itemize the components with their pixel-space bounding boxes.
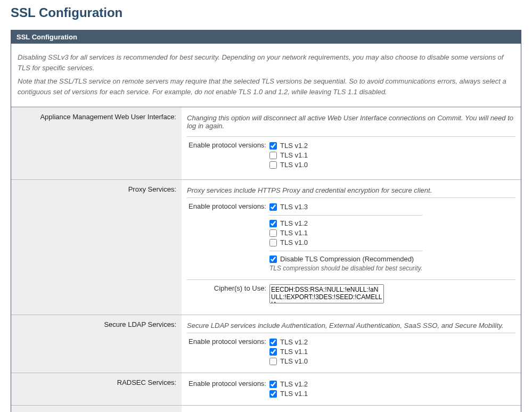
- tls-version-checkbox[interactable]: [269, 161, 277, 169]
- intro-paragraph-1: Disabling SSLv3 for all services is reco…: [18, 52, 514, 73]
- tls-version-label: TLS v1.2: [280, 219, 308, 228]
- panel-header: SSL Configuration: [11, 30, 521, 44]
- tls-version-checkbox[interactable]: [269, 381, 277, 388]
- tls-version-label: TLS v1.1: [280, 389, 308, 399]
- ldap-note: Secure LDAP services include Authenticat…: [187, 320, 515, 333]
- ldap-protocols: TLS v1.2TLS v1.1TLS v1.0: [269, 336, 311, 367]
- webui-protocols: TLS v1.2TLS v1.1TLS v1.0: [269, 140, 311, 171]
- tls-version-checkbox[interactable]: [269, 220, 277, 227]
- tls-version-label: TLS v1.0: [280, 238, 308, 248]
- enable-protocol-label: Enable protocol versions:: [187, 201, 269, 276]
- tls-version-checkbox[interactable]: [269, 142, 277, 150]
- webui-note: Changing this option will disconnect all…: [187, 113, 515, 133]
- proxy-note: Proxy services include HTTPS Proxy and c…: [187, 185, 515, 198]
- tls-version-checkbox[interactable]: [269, 358, 277, 365]
- tls-version-label: TLS v1.0: [280, 357, 308, 366]
- tls-version-label: TLS v1.1: [280, 347, 308, 357]
- ciphers-label: Cipher(s) to Use:: [187, 283, 269, 306]
- tls-version-label: TLS v1.3: [280, 202, 308, 212]
- enable-protocol-label: Enable protocol versions:: [187, 140, 269, 171]
- tls-version-checkbox[interactable]: [269, 390, 277, 398]
- tls-version-label: TLS v1.2: [280, 141, 308, 151]
- ciphers-input[interactable]: EECDH:DSS:RSA:!NULL:!eNULL:!aNULL:!EXPOR…: [269, 284, 384, 303]
- row-label-proxy: Proxy Services:: [11, 180, 182, 315]
- proxy-tls13: TLS v1.3: [269, 202, 422, 212]
- intro-text: Disabling SSLv3 for all services is reco…: [11, 44, 521, 107]
- compression-note: TLS compression should be disabled for b…: [269, 265, 422, 272]
- row-label-ldap: Secure LDAP Services:: [11, 315, 182, 373]
- tls-version-checkbox[interactable]: [269, 339, 277, 346]
- disable-tls-compression-checkbox[interactable]: [269, 256, 277, 263]
- tls-version-checkbox[interactable]: [269, 229, 277, 237]
- tls-version-checkbox[interactable]: [269, 203, 277, 211]
- tls-version-label: TLS v1.2: [280, 380, 308, 389]
- intro-paragraph-2: Note that the SSL/TLS service on remote …: [18, 76, 514, 97]
- tls-version-label: TLS v1.2: [280, 337, 308, 347]
- tls-version-label: TLS v1.1: [280, 151, 308, 160]
- tls-version-checkbox[interactable]: [269, 348, 277, 356]
- tls-version-checkbox[interactable]: [269, 239, 277, 246]
- disable-tls-compression-label: Disable TLS Compression (Recommended): [280, 254, 414, 264]
- row-label-icap: Secure ICAP Services (External DLP):: [11, 406, 182, 413]
- tls-version-label: TLS v1.0: [280, 160, 308, 170]
- enable-protocol-label: Enable protocol versions:: [187, 378, 269, 400]
- ssl-config-panel: SSL Configuration Disabling SSLv3 for al…: [11, 30, 521, 412]
- enable-protocol-label: Enable protocol versions:: [187, 336, 269, 367]
- proxy-protocols: TLS v1.2TLS v1.1TLS v1.0: [269, 215, 422, 248]
- tls-version-label: TLS v1.1: [280, 228, 308, 238]
- radsec-protocols: TLS v1.2TLS v1.1: [269, 378, 311, 400]
- tls-version-checkbox[interactable]: [269, 152, 277, 159]
- page-title: SSL Configuration: [11, 5, 521, 20]
- row-label-webui: Appliance Management Web User Interface:: [11, 108, 182, 180]
- row-label-radsec: RADSEC Services:: [11, 373, 182, 406]
